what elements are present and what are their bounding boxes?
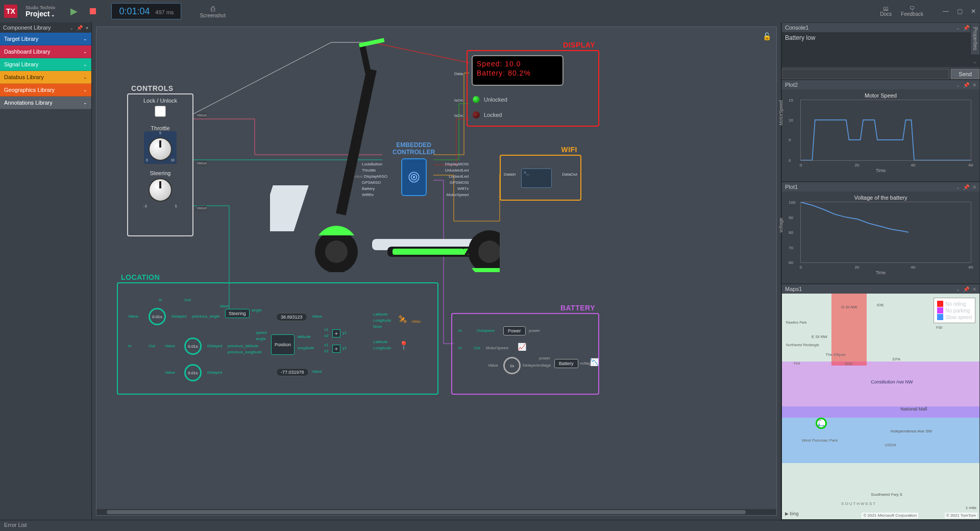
add1-y1: y1 (342, 330, 347, 335)
throttle-knob[interactable]: 0 10 5 (144, 131, 177, 164)
throttle-label: Throttle (128, 125, 192, 131)
loc-angle: angle (256, 336, 266, 341)
plot2-panel: Plot2⌄📌✕ Motor Speed MotorSpeed 151050 0… (781, 80, 980, 182)
power-node[interactable]: Power (503, 326, 526, 335)
add2-x2: x2 (324, 349, 328, 353)
plot2-area[interactable]: 151050 0204060 (800, 100, 971, 161)
svg-point-15 (325, 240, 348, 263)
console-log: Battery low (785, 34, 976, 41)
lock-value-tag: Value (197, 113, 207, 117)
adder-2[interactable]: + (332, 345, 340, 353)
add1-x2: x2 (324, 333, 328, 338)
loc-speed: speed (256, 330, 267, 335)
plot1-area[interactable]: 10090807060 0204060 (800, 202, 971, 263)
bat-delay[interactable]: 1s (503, 357, 521, 374)
play-button[interactable]: ▶ (70, 6, 78, 17)
steering-node[interactable]: Steering (225, 309, 250, 318)
minimize-button[interactable]: — (943, 8, 949, 15)
loc-delayed-3: Delayed (207, 370, 222, 375)
console-panel: Console1⌄📌✕ Battery low ⌃ ⌄ Send (781, 22, 980, 80)
canvas-hscroll[interactable] (107, 510, 746, 514)
map-view[interactable]: G St NW E St NW Constitution Ave NW Inde… (782, 294, 979, 519)
embedded-controller[interactable]: EMBEDDEDCONTROLLER LockButton Throttle V… (393, 141, 435, 198)
datain-tag: DataIn (504, 172, 516, 177)
plot1-xlabel: Time (785, 270, 976, 275)
svg-point-2 (412, 176, 414, 178)
pin-battery: Battery (362, 186, 375, 191)
lon-const[interactable]: -77.031978 (276, 368, 309, 376)
library-dashboard[interactable]: Dashboard Library⌄ (0, 45, 91, 58)
lat-const[interactable]: 38.893123 (276, 313, 307, 321)
console-title[interactable]: Console1 (785, 25, 808, 31)
bing-logo: ▶ bing (785, 511, 799, 516)
svg-rect-12 (475, 249, 482, 255)
library-target[interactable]: Target Library⌄ (0, 33, 91, 45)
loc-out-2: Out (149, 344, 155, 348)
steering-value-tag: Value (197, 206, 207, 210)
plot2-title[interactable]: Plot2 (785, 82, 798, 88)
panel-dropdown-icon[interactable]: ⌄ (956, 25, 960, 31)
gps-lat-1: Latitude (373, 312, 387, 317)
lonconst-val: Value (312, 369, 322, 374)
library-geographics[interactable]: Geographics Library⌄ (0, 84, 91, 96)
location-group: LOCATION In Out Value 0.01s Delayed prev… (117, 282, 438, 395)
properties-tab[interactable]: Properties (970, 22, 980, 55)
add1-x1: x1 (324, 327, 328, 332)
position-node[interactable]: Position (271, 334, 295, 355)
close-button[interactable]: ✕ (971, 8, 976, 15)
send-button[interactable]: Send (951, 69, 979, 79)
place-doi: DOI (845, 361, 852, 366)
loc-in-1: In (159, 298, 162, 302)
pin-throttle: Throttle (362, 168, 376, 173)
docs-button[interactable]: 🕮Docs (880, 6, 892, 17)
loc-in-2: In (128, 344, 132, 348)
pin-gpsmosi: GPSMOSI (450, 180, 469, 185)
delay-node-2[interactable]: 0.01s (184, 337, 202, 355)
loc-val-3: Value (165, 370, 175, 375)
pin-icon[interactable]: 📌 (963, 25, 969, 31)
street-3: Constitution Ave NW (871, 379, 913, 384)
svg-rect-8 (387, 247, 500, 257)
svg-rect-13 (482, 249, 489, 255)
maps-panel: Maps1⌄📌✕ G St NW E St NW Constitution Av… (781, 284, 980, 520)
maximize-button[interactable]: ▢ (957, 8, 963, 15)
feedback-button[interactable]: 🗨Feedback (901, 6, 923, 17)
status-bar[interactable]: Error List (0, 520, 980, 531)
project-dropdown[interactable]: Studio Technix Project ⌄ (26, 6, 55, 17)
map-pin-icon: 📍 (399, 341, 409, 350)
library-annotations[interactable]: Annotations Library⌄ (0, 96, 91, 109)
place-ellipse: The Ellipse (825, 352, 846, 357)
add2-y1: y1 (342, 346, 347, 350)
scroll-down-icon[interactable]: ⌄ (972, 58, 977, 65)
battery-node[interactable]: Battery (554, 359, 578, 368)
design-canvas[interactable]: 🔓 CONTROLS Lock / Unlock (92, 22, 781, 520)
delay-node-3[interactable]: 0.01s (184, 364, 202, 381)
library-signal[interactable]: Signal Library⌄ (0, 58, 91, 71)
wifi-terminal[interactable]: >_ (521, 168, 552, 188)
error-list-tab[interactable]: Error List (4, 522, 27, 528)
lock-toggle[interactable] (155, 106, 166, 117)
bat-delayvolt: Delayedvoltage (523, 363, 551, 368)
component-library-header[interactable]: Component Library ⌄📌▾ (0, 22, 91, 33)
canvas-lock-icon[interactable]: 🔓 (763, 32, 771, 40)
adder-1[interactable]: + (332, 329, 340, 337)
map-attr-1: © 2021 Microsoft Corporation (862, 513, 918, 518)
stop-button[interactable] (90, 8, 96, 14)
camera-icon: ⎙ (200, 5, 226, 13)
delay-node-1[interactable]: 0.01s (149, 308, 166, 325)
screenshot-button[interactable]: ⎙ Screenshot (200, 5, 226, 18)
plot2-ylabel: MotorSpeed (778, 100, 783, 125)
loc-prevangle: previous_angle (192, 314, 219, 319)
book-icon: 🕮 (880, 6, 892, 11)
bat-power-1: power (529, 328, 540, 333)
console-input[interactable] (782, 69, 949, 79)
map-scale: 1 mile (966, 505, 976, 510)
plot1-title[interactable]: Plot1 (785, 184, 798, 190)
gps-lon-1: Longitude (373, 318, 391, 323)
library-databus[interactable]: Databus Library⌄ (0, 71, 91, 84)
maps-title[interactable]: Maps1 (785, 286, 802, 292)
pin-displaymiso: Value DisplayMISO (354, 174, 387, 179)
steering-knob[interactable] (149, 178, 172, 202)
right-dock: Console1⌄📌✕ Battery low ⌃ ⌄ Send Plot2⌄📌… (781, 22, 980, 520)
controls-group: CONTROLS Lock / Unlock Value Throttle 0 … (127, 93, 193, 236)
